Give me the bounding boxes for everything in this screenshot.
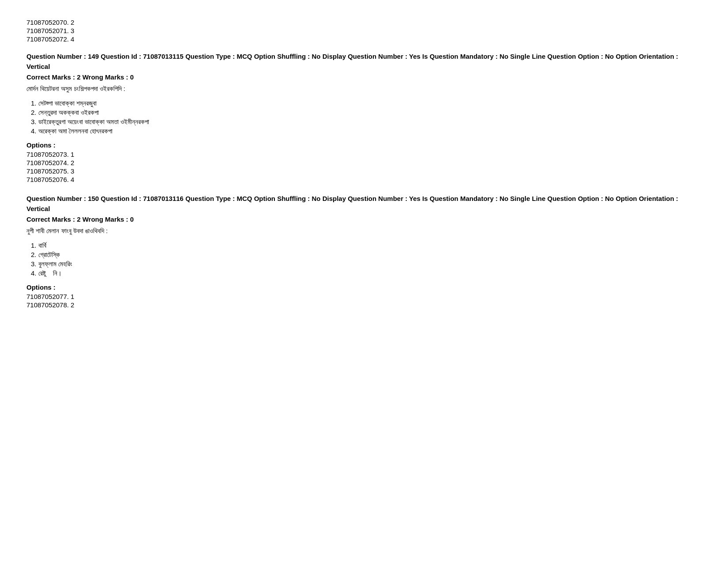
question-150-header: Question Number : 150 Question Id : 7108… — [26, 194, 702, 214]
question-149-header: Question Number : 149 Question Id : 7108… — [26, 52, 702, 72]
option-149-1: 71087052073. 1 — [26, 151, 702, 158]
question-149-marks: Correct Marks : 2 Wrong Marks : 0 — [26, 73, 702, 81]
question-150-options-label: Options : — [26, 283, 702, 291]
option-149-3: 71087052075. 3 — [26, 167, 702, 175]
top-options-section: 71087052070. 2 71087052071. 3 7108705207… — [26, 19, 702, 43]
option-150-1: 71087052077. 1 — [26, 293, 702, 300]
page-container: 71087052070. 2 71087052071. 3 7108705207… — [26, 19, 702, 309]
answer-150-1: 1. বার্বি — [31, 242, 702, 249]
top-option-2: 71087052071. 3 — [26, 27, 702, 34]
top-option-1: 71087052070. 2 — [26, 19, 702, 26]
question-149-options-label: Options : — [26, 141, 702, 149]
question-150-answers: 1. বার্বি 2. গ্রোটেস্কি 3. বুলফ্লাম মেহর… — [31, 242, 702, 277]
question-149-text: মোর্দন থিয়েটরনা অসুম চংশিল্পকপদা ওইরকপি… — [26, 83, 702, 94]
question-150-block: Question Number : 150 Question Id : 7108… — [26, 194, 702, 309]
answer-150-4: 4. রেষ্টু নি। — [31, 269, 702, 277]
question-149-block: Question Number : 149 Question Id : 7108… — [26, 52, 702, 183]
question-149-answers: 1. সেটজ্গা ভাবোক্কা শম্নরজুবা 2. সেন্তুর… — [31, 99, 702, 135]
question-150-marks: Correct Marks : 2 Wrong Marks : 0 — [26, 215, 702, 223]
question-150-text: নুপী শাবী মেলান ফাংবু উবদা ঙাওথিবদি : — [26, 226, 702, 236]
answer-149-3: 3. ডাইরেক্তুরগা অয়েংবা ভাবোক্কা অমতা ওই… — [31, 118, 702, 126]
answer-150-2: 2. গ্রোটেস্কি — [31, 251, 702, 259]
answer-149-1: 1. সেটজ্গা ভাবোক্কা শম্নরজুবা — [31, 99, 702, 107]
question-149-options-section: Options : 71087052073. 1 71087052074. 2 … — [26, 141, 702, 183]
answer-149-4: 4. অরেক্কা অমা লৈললনবা হোৎনরকপা — [31, 127, 702, 135]
question-150-options-section: Options : 71087052077. 1 71087052078. 2 — [26, 283, 702, 309]
answer-149-2: 2. সেন্তুরদা অকক্কবা ওইরকপা — [31, 109, 702, 117]
option-149-4: 71087052076. 4 — [26, 176, 702, 183]
answer-150-3: 3. বুলফ্লাম মেহরিং — [31, 260, 702, 268]
option-149-2: 71087052074. 2 — [26, 159, 702, 166]
top-option-3: 71087052072. 4 — [26, 35, 702, 43]
option-150-2: 71087052078. 2 — [26, 301, 702, 309]
